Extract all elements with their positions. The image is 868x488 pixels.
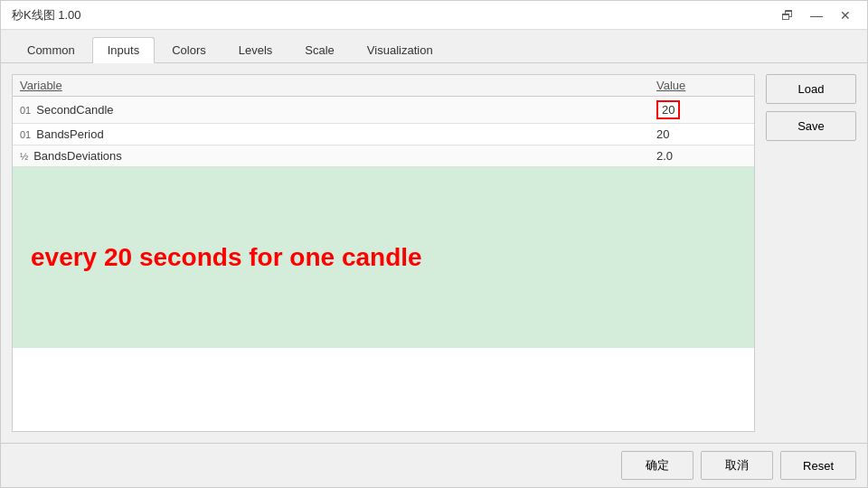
row-variable-bandsdeviations: ½ BandsDeviations (20, 149, 656, 163)
table-row[interactable]: ½ BandsDeviations 2.0 (13, 145, 754, 167)
header-value: Value (656, 79, 747, 92)
tab-scale[interactable]: Scale (289, 37, 350, 62)
window-title: 秒K线图 1.00 (12, 7, 81, 23)
row-label-bandsdeviations: BandsDeviations (33, 149, 122, 163)
confirm-button[interactable]: 确定 (621, 451, 693, 480)
row-value-bandsperiod: 20 (656, 127, 747, 141)
row-label-bandsperiod: BandsPeriod (36, 127, 103, 141)
row-icon-half: ½ (20, 151, 28, 162)
inputs-table-area: Variable Value 01 SecondCandle 20 01 (12, 74, 755, 432)
restore-button[interactable]: 🗗 (777, 5, 798, 26)
tab-colors[interactable]: Colors (156, 37, 222, 62)
sidebar-buttons: Load Save (766, 74, 856, 432)
row-icon-01b: 01 (20, 129, 31, 140)
tab-inputs[interactable]: Inputs (92, 37, 155, 63)
table-row[interactable]: 01 BandsPeriod 20 (13, 124, 754, 145)
row-value-secondcandle[interactable]: 20 (656, 100, 747, 119)
reset-button[interactable]: Reset (780, 451, 856, 480)
row-label-secondcandle: SecondCandle (36, 103, 113, 117)
table-header: Variable Value (13, 75, 754, 97)
info-text: every 20 seconds for one candle (31, 243, 422, 272)
cancel-button[interactable]: 取消 (701, 451, 773, 480)
main-window: 秒K线图 1.00 🗗 — ✕ Common Inputs Colors Lev… (0, 0, 868, 488)
save-button[interactable]: Save (766, 111, 856, 141)
title-bar-controls: 🗗 — ✕ (777, 5, 856, 26)
title-bar: 秒K线图 1.00 🗗 — ✕ (1, 1, 867, 30)
row-value-bandsdeviations: 2.0 (656, 149, 747, 163)
header-variable: Variable (20, 79, 656, 92)
footer: 确定 取消 Reset (1, 443, 867, 487)
tab-levels[interactable]: Levels (223, 37, 288, 62)
row-variable-bandsperiod: 01 BandsPeriod (20, 127, 656, 141)
tab-common[interactable]: Common (12, 37, 90, 62)
info-green-area: every 20 seconds for one candle (13, 167, 754, 348)
close-button[interactable]: ✕ (835, 5, 856, 26)
value-input-secondcandle[interactable]: 20 (656, 100, 680, 119)
main-content: Variable Value 01 SecondCandle 20 01 (1, 63, 867, 443)
load-button[interactable]: Load (766, 74, 856, 104)
row-icon-01: 01 (20, 105, 31, 116)
table-row[interactable]: 01 SecondCandle 20 (13, 97, 754, 124)
row-variable-secondcandle: 01 SecondCandle (20, 103, 656, 117)
tab-visualization[interactable]: Visualization (352, 37, 448, 62)
minimize-button[interactable]: — (806, 5, 827, 26)
tab-bar: Common Inputs Colors Levels Scale Visual… (1, 30, 867, 63)
